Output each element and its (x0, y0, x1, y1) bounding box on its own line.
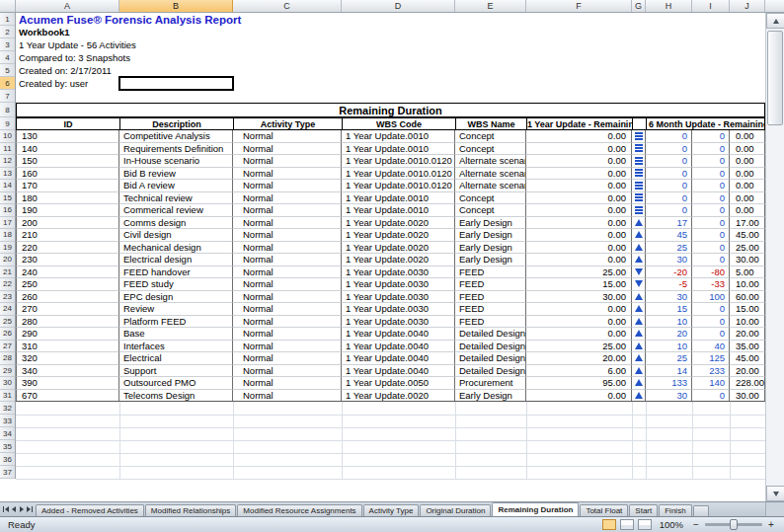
sheet-tab-start[interactable]: Start (629, 504, 658, 516)
sheet-tab-total-float[interactable]: Total Float (580, 504, 628, 516)
cell-B18[interactable]: Civil design (119, 229, 233, 242)
cell-J19[interactable]: 25.00 (730, 242, 765, 255)
column-header-E[interactable]: E (455, 0, 526, 12)
cell-B11[interactable]: Requirements Definition (119, 143, 233, 156)
last-sheet-button[interactable] (26, 503, 34, 515)
cell-I14[interactable]: 0 (692, 180, 730, 192)
cell-A10[interactable]: 130 (16, 130, 119, 143)
cell-B15[interactable]: Technical review (119, 192, 233, 205)
cell-A11[interactable]: 140 (16, 143, 119, 156)
cell-J22[interactable]: 10.00 (730, 278, 765, 291)
cell-H15[interactable]: 0 (646, 192, 692, 205)
cell-H19[interactable]: 25 (646, 242, 692, 255)
cell-F20[interactable]: 0.00 (526, 254, 632, 266)
cell-C14[interactable]: Normal (233, 180, 342, 192)
cell-B21[interactable]: FEED handover (119, 266, 233, 279)
cell-I13[interactable]: 0 (692, 168, 730, 181)
row-header-26[interactable]: 26 (0, 328, 15, 341)
cell-D24[interactable]: 1 Year Update.0030 (342, 303, 455, 316)
cell-A30[interactable]: 390 (16, 377, 119, 390)
row-header-35[interactable]: 35 (0, 440, 15, 453)
cell-G16[interactable] (632, 204, 646, 217)
selected-cell-outline[interactable] (118, 76, 234, 91)
cell-H10[interactable]: 0 (646, 130, 692, 143)
cell-B27[interactable]: Interfaces (119, 341, 233, 353)
column-header-wbs-code[interactable]: WBS Code (342, 117, 456, 130)
cell-C12[interactable]: Normal (233, 155, 342, 168)
cell-F25[interactable]: 0.00 (526, 316, 632, 329)
cell-G28[interactable] (632, 352, 646, 365)
column-header-description[interactable]: Description (119, 117, 234, 130)
cell-F24[interactable]: 0.00 (526, 303, 632, 316)
cell-G22[interactable] (632, 278, 646, 291)
cell-D14[interactable]: 1 Year Update.0010.0120 (342, 180, 455, 192)
cell-J17[interactable]: 17.00 (730, 217, 765, 230)
row-header-16[interactable]: 16 (0, 204, 15, 217)
cell-F19[interactable]: 0.00 (526, 242, 632, 255)
cell-E17[interactable]: Early Design (455, 217, 526, 230)
cell-D22[interactable]: 1 Year Update.0030 (342, 278, 455, 291)
cell-G27[interactable] (632, 341, 646, 353)
row-header-4[interactable]: 4 (0, 51, 15, 64)
row-header-13[interactable]: 13 (0, 168, 15, 181)
cell-G21[interactable] (632, 266, 646, 279)
cell-D10[interactable]: 1 Year Update.0010 (342, 130, 455, 143)
row-header-30[interactable]: 30 (0, 377, 15, 390)
cell-E10[interactable]: Concept (455, 130, 526, 143)
cell-G19[interactable] (632, 242, 646, 255)
column-header-H[interactable]: H (646, 0, 692, 12)
column-header-G[interactable]: G (632, 0, 646, 12)
row-header-23[interactable]: 23 (0, 291, 15, 304)
cell-A25[interactable]: 280 (16, 316, 119, 329)
cell-A26[interactable]: 290 (16, 328, 119, 341)
page-layout-view-button[interactable] (620, 519, 634, 530)
scroll-up-button[interactable] (766, 13, 784, 29)
cell-A21[interactable]: 240 (16, 266, 119, 279)
cell-B24[interactable]: Review (119, 303, 233, 316)
cell-F16[interactable]: 0.00 (526, 204, 632, 217)
cell-F26[interactable]: 0.00 (526, 328, 632, 341)
cell-J13[interactable]: 0.00 (730, 168, 765, 181)
cell-E14[interactable]: Alternate scenario (455, 180, 526, 192)
cell-I27[interactable]: 40 (692, 341, 730, 353)
cell-E13[interactable]: Alternate scenario (455, 168, 526, 181)
cell-D23[interactable]: 1 Year Update.0030 (342, 291, 455, 304)
cell-G13[interactable] (632, 168, 646, 181)
row-header-34[interactable]: 34 (0, 427, 15, 440)
cell-F10[interactable]: 0.00 (526, 130, 632, 143)
column-header-id[interactable]: ID (16, 117, 120, 130)
cell-D28[interactable]: 1 Year Update.0040 (342, 352, 455, 365)
cell-D27[interactable]: 1 Year Update.0040 (342, 341, 455, 353)
cell-C17[interactable]: Normal (233, 217, 342, 230)
cell-C24[interactable]: Normal (233, 303, 342, 316)
cell-I11[interactable]: 0 (692, 143, 730, 156)
cell-F23[interactable]: 30.00 (526, 291, 632, 304)
column-header-trend[interactable] (632, 117, 647, 130)
cell-I21[interactable]: -80 (692, 266, 730, 279)
cell-B17[interactable]: Comms design (119, 217, 233, 230)
cell-H24[interactable]: 15 (646, 303, 692, 316)
cell-A15[interactable]: 180 (16, 192, 119, 205)
cell-G29[interactable] (632, 365, 646, 378)
row-header-21[interactable]: 21 (0, 266, 15, 279)
cell-E22[interactable]: FEED (455, 278, 526, 291)
next-sheet-button[interactable] (18, 503, 26, 515)
cell-B14[interactable]: Bid A review (119, 180, 233, 192)
row-header-8[interactable]: 8 (0, 103, 15, 117)
cell-F17[interactable]: 0.00 (526, 217, 632, 230)
cell-B28[interactable]: Electrical (119, 352, 233, 365)
cell-A18[interactable]: 210 (16, 229, 119, 242)
column-header-B[interactable]: B (119, 0, 233, 12)
row-header-36[interactable]: 36 (0, 453, 15, 466)
cell-E29[interactable]: Detailed Design (455, 365, 526, 378)
row-header-6[interactable]: 6 (0, 77, 15, 90)
cell-F13[interactable]: 0.00 (526, 168, 632, 181)
cell-G20[interactable] (632, 254, 646, 266)
cell-C25[interactable]: Normal (233, 316, 342, 329)
cell-G10[interactable] (632, 130, 646, 143)
page-break-view-button[interactable] (638, 519, 652, 530)
insert-worksheet-tab[interactable] (693, 505, 709, 516)
row-header-9[interactable]: 9 (0, 117, 15, 130)
cell-H12[interactable]: 0 (646, 155, 692, 168)
cell-I30[interactable]: 140 (692, 377, 730, 390)
